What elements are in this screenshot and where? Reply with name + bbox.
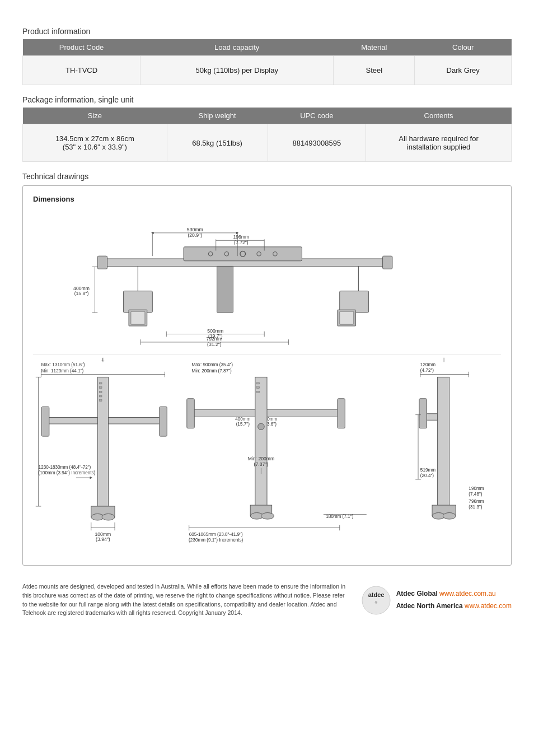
svg-text:(31.2"): (31.2") — [207, 342, 222, 347]
svg-text:(4.72"): (4.72") — [420, 368, 434, 373]
cell-ship-weight: 68.5kg (151lbs) — [167, 124, 268, 162]
footer-global-line: Atdec Global www.atdec.com.au — [396, 588, 512, 600]
dimensions-drawing: .dim-line { stroke: #555; stroke-width: … — [33, 209, 501, 556]
cell-product-code: TH-TVCD — [23, 56, 140, 85]
svg-text:(7.87"): (7.87") — [254, 461, 269, 467]
svg-rect-18 — [340, 291, 369, 312]
table-row: 134.5cm x 27cm x 86cm (53" x 10.6" x 33.… — [23, 124, 512, 162]
svg-rect-49 — [109, 417, 162, 424]
svg-text:Max: 900mm (35.4"): Max: 900mm (35.4") — [191, 362, 233, 367]
svg-rect-13 — [97, 256, 107, 269]
svg-rect-83 — [257, 391, 260, 393]
svg-text:530mm: 530mm — [187, 227, 203, 232]
svg-rect-50 — [41, 407, 49, 436]
svg-rect-56 — [99, 400, 102, 402]
footer-logo-row: atdec ® Atdec Global www.atdec.com.au At… — [362, 586, 512, 615]
svg-text:(20.4"): (20.4") — [420, 473, 434, 478]
svg-point-118 — [443, 513, 456, 520]
package-info-title: Package information, single unit — [22, 95, 512, 104]
svg-text:⊥: ⊥ — [101, 357, 105, 362]
col-contents: Contents — [366, 108, 512, 124]
svg-text:(20.9"): (20.9") — [188, 232, 202, 238]
svg-text:(15.8"): (15.8") — [74, 291, 89, 296]
svg-text:Min: 200mm (7.87"): Min: 200mm (7.87") — [191, 368, 232, 374]
svg-rect-54 — [99, 391, 102, 393]
svg-text:196mm: 196mm — [233, 234, 249, 240]
svg-rect-106 — [419, 399, 427, 428]
svg-rect-14 — [383, 256, 392, 269]
svg-rect-82 — [257, 387, 260, 389]
svg-point-63 — [102, 514, 115, 520]
svg-point-84 — [258, 423, 265, 430]
svg-text:1230-1830mm (48.4"-72"): 1230-1830mm (48.4"-72") — [39, 465, 91, 470]
atdec-logo: atdec ® — [362, 586, 391, 615]
svg-text:605-1065mm (23.8"-41.9"): 605-1065mm (23.8"-41.9") — [189, 532, 243, 537]
svg-point-123 — [362, 586, 390, 614]
footer-na-label: Atdec North America — [396, 602, 463, 610]
cell-load-capacity: 50kg (110lbs) per Display — [140, 56, 334, 85]
col-ship-weight: Ship weight — [167, 108, 268, 124]
svg-text:atdec: atdec — [368, 591, 384, 598]
svg-text:(7.72"): (7.72") — [234, 240, 249, 245]
col-colour: Colour — [415, 39, 512, 56]
svg-text:120mm: 120mm — [420, 362, 435, 367]
svg-text:(100mm (3.94") Increments): (100mm (3.94") Increments) — [39, 470, 96, 475]
svg-rect-37 — [340, 311, 354, 324]
cell-contents: All hardware required for installation s… — [366, 124, 512, 162]
svg-text:180mm (7.1"): 180mm (7.1") — [326, 514, 353, 519]
footer-logo-area: atdec ® Atdec Global www.atdec.com.au At… — [362, 586, 512, 615]
footer-links: Atdec Global www.atdec.com.au Atdec Nort… — [396, 588, 512, 612]
svg-rect-104 — [438, 377, 449, 506]
col-product-code: Product Code — [23, 39, 140, 56]
svg-text:500mm: 500mm — [207, 328, 223, 334]
footer-na-line: Atdec North America www.atdec.com — [396, 600, 512, 613]
tech-drawings-box: Dimensions .dim-line { stroke: #555; str… — [22, 185, 512, 566]
svg-point-95 — [261, 513, 274, 520]
col-load-capacity: Load capacity — [140, 39, 334, 56]
svg-text:Min: 200mm: Min: 200mm — [248, 456, 274, 461]
col-size: Size — [23, 108, 167, 124]
col-material: Material — [334, 39, 415, 56]
svg-rect-55 — [99, 395, 102, 397]
svg-rect-52 — [99, 382, 102, 384]
footer: Atdec mounts are designed, developed and… — [22, 582, 512, 618]
svg-text:®: ® — [374, 601, 377, 604]
svg-rect-51 — [160, 407, 167, 436]
svg-text:519mm: 519mm — [420, 468, 435, 473]
product-table: Product Code Load capacity Material Colo… — [22, 39, 512, 85]
cell-size: 134.5cm x 27cm x 86cm (53" x 10.6" x 33.… — [23, 124, 167, 162]
svg-rect-48 — [44, 417, 97, 424]
svg-text:(230mm (9.1") Increments): (230mm (9.1") Increments) — [189, 538, 243, 543]
table-row: TH-TVCD 50kg (110lbs) per Display Steel … — [23, 56, 512, 85]
footer-global-label: Atdec Global — [396, 590, 438, 598]
svg-rect-79 — [338, 399, 345, 428]
svg-text:400mm: 400mm — [235, 417, 250, 422]
svg-text:Max: 1310mm (51.6"): Max: 1310mm (51.6") — [41, 362, 85, 367]
dimensions-label: Dimensions — [33, 195, 501, 203]
svg-text:792mm: 792mm — [206, 336, 222, 342]
svg-text:(3.94"): (3.94") — [96, 536, 110, 542]
svg-text:(7.48"): (7.48") — [469, 492, 482, 497]
package-table: Size Ship weight UPC code Contents 134.5… — [22, 108, 512, 162]
svg-rect-35 — [131, 311, 145, 324]
svg-text:100mm: 100mm — [95, 531, 111, 537]
footer-na-url: www.atdec.com — [465, 602, 512, 610]
cell-colour: Dark Grey — [415, 56, 512, 85]
col-upc-code: UPC code — [268, 108, 366, 124]
cell-upc-code: 881493008595 — [268, 124, 366, 162]
svg-rect-38 — [217, 266, 233, 312]
svg-text:796mm: 796mm — [469, 499, 484, 504]
svg-text:400mm: 400mm — [73, 286, 90, 291]
product-info-title: Product information — [22, 27, 512, 36]
svg-text:190mm: 190mm — [469, 486, 484, 491]
cell-material: Steel — [334, 56, 415, 85]
svg-text:(31.3"): (31.3") — [469, 505, 482, 510]
svg-rect-81 — [257, 382, 260, 384]
svg-rect-17 — [123, 291, 152, 312]
svg-rect-80 — [255, 377, 267, 506]
svg-rect-78 — [187, 399, 194, 428]
svg-text:(15.7"): (15.7") — [236, 422, 250, 427]
svg-rect-7 — [184, 247, 302, 261]
footer-disclaimer: Atdec mounts are designed, developed and… — [22, 582, 348, 618]
svg-text:Min: 1120mm (44.1"): Min: 1120mm (44.1") — [41, 368, 83, 374]
